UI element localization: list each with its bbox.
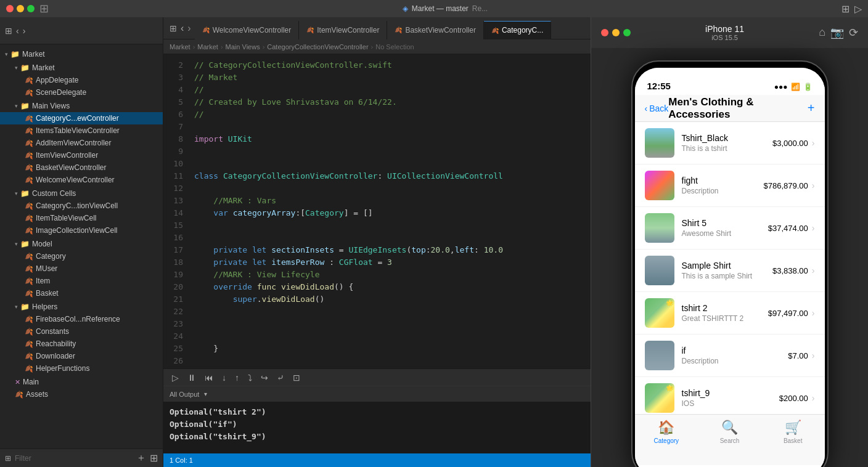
- sidebar-item-helperfunctions[interactable]: 🍂 HelperFunctions: [0, 362, 163, 375]
- sidebar-item-label: Constants: [36, 327, 69, 336]
- tab-file-icon: 🍂: [202, 26, 210, 33]
- sidebar-icon-right[interactable]: ›: [23, 26, 26, 36]
- sidebar-item-muser[interactable]: 🍂 MUser: [0, 262, 163, 275]
- list-item[interactable]: if Description $7.00 ›: [635, 335, 825, 377]
- file-icon: 🍂: [25, 365, 33, 373]
- output-label[interactable]: All Output: [170, 391, 199, 398]
- sidebar-item-constants[interactable]: 🍂 Constants: [0, 325, 163, 338]
- grid-icon[interactable]: ⊞: [170, 23, 177, 33]
- sidebar-icon-left[interactable]: ‹: [16, 26, 19, 36]
- sidebar-item-categoryviewcell[interactable]: 🍂 CategoryC...tionViewCell: [0, 200, 163, 212]
- sidebar-item-itemtableviewcell[interactable]: 🍂 ItemTableViewCell: [0, 212, 163, 224]
- tab-categoryvc[interactable]: 🍂 CategoryC...: [484, 21, 551, 39]
- project-title: Market — master: [412, 4, 469, 13]
- step-up-icon[interactable]: ↑: [232, 372, 242, 384]
- list-item[interactable]: fight Description $786,879.00 ›: [635, 164, 825, 207]
- iphone-back-button[interactable]: ‹ Back: [645, 104, 669, 113]
- list-item[interactable]: tshirt 2 Great TSHIRTTT 2 $97,497.00 ›: [635, 292, 825, 335]
- sidebar-toggle-icon[interactable]: ⊞: [39, 2, 49, 15]
- item-desc: Awesome Shirt: [682, 229, 761, 238]
- list-item[interactable]: Sample Shirt This is a sample Shirt $3,8…: [635, 250, 825, 292]
- close-button[interactable]: [6, 5, 14, 12]
- sim-rotate-icon[interactable]: ⟳: [849, 26, 858, 39]
- breadcrumb-item[interactable]: CategoryCollectionViewController: [267, 43, 368, 51]
- tab-welcomevc[interactable]: 🍂 WelcomeViewController: [195, 21, 300, 39]
- iphone-tab-search[interactable]: 🔍 Search: [698, 420, 761, 444]
- sidebar-item-reachability[interactable]: 🍂 Reachability: [0, 338, 163, 350]
- sidebar-item-firebasereference[interactable]: 🍂 FirebaseCol...nReference: [0, 313, 163, 325]
- play-icon[interactable]: ▷: [170, 372, 181, 384]
- sidebar-icon-grid[interactable]: ⊞: [5, 26, 12, 36]
- filter-label[interactable]: Filter: [15, 454, 31, 463]
- file-icon: 🍂: [25, 89, 33, 97]
- sim-close-button[interactable]: [601, 29, 608, 36]
- tab-label: BasketViewController: [405, 26, 476, 35]
- pause-icon[interactable]: ⏸: [185, 372, 199, 384]
- sidebar-item-downloader[interactable]: 🍂 Downloader: [0, 350, 163, 362]
- sidebar-item-imagecollectionviewcell[interactable]: 🍂 ImageCollectionViewCell: [0, 224, 163, 237]
- tree-group-label: Main Views: [32, 102, 70, 110]
- step-out-icon[interactable]: ⤶: [274, 372, 287, 384]
- forward-nav-icon[interactable]: ›: [187, 23, 190, 34]
- thumb-image: [645, 213, 674, 243]
- tree-group-header-helpers[interactable]: ▾ 📁 Helpers: [0, 301, 163, 313]
- sidebar-item-basket[interactable]: 🍂 Basket: [0, 287, 163, 299]
- sidebar-item-basketvc[interactable]: 🍂 BasketViewController: [0, 161, 163, 174]
- iphone-add-button[interactable]: +: [808, 101, 815, 115]
- breadcrumb-item[interactable]: Main Views: [226, 43, 260, 51]
- sidebar-item-scenedelegate[interactable]: 🍂 SceneDelegate: [0, 86, 163, 99]
- breadcrumb-item[interactable]: Market: [197, 43, 218, 51]
- breadcrumb-item[interactable]: Market: [170, 43, 190, 51]
- tree-group-header-market-inner[interactable]: ▾ 📁 Market: [0, 62, 163, 74]
- back-nav-icon[interactable]: ‹: [181, 23, 184, 34]
- sidebar-item-main[interactable]: ✕ Main: [0, 376, 163, 388]
- sidebar-item-item[interactable]: 🍂 Item: [0, 275, 163, 287]
- tree-group-label: Model: [32, 240, 52, 248]
- sim-min-button[interactable]: [612, 29, 620, 36]
- simulator-overlay: iPhone 11 iOS 15.5 ⌂ 📷 ⟳ 12:55 ●●● 📶: [591, 17, 868, 467]
- minimize-button[interactable]: [17, 5, 24, 12]
- step-back-icon[interactable]: ⏮: [202, 372, 216, 384]
- sidebar-item-welcomevc[interactable]: 🍂 WelcomeViewController: [0, 174, 163, 186]
- toolbar-icon-1[interactable]: ⊞: [841, 3, 850, 15]
- sim-home-icon[interactable]: ⌂: [819, 26, 825, 39]
- add-icon[interactable]: ＋: [136, 452, 146, 465]
- sidebar-item-appdelegate[interactable]: 🍂 AppDelegate: [0, 74, 163, 86]
- toolbar-icon-2[interactable]: ▷: [854, 3, 862, 15]
- chevron-icon: ▾: [5, 51, 8, 57]
- sim-screenshot-icon[interactable]: 📷: [830, 26, 844, 39]
- file-icon: 🍂: [25, 340, 33, 348]
- maximize-button[interactable]: [27, 5, 35, 12]
- sidebar-item-categoryvc[interactable]: 🍂 CategoryC...ewController: [0, 112, 163, 124]
- window-subtitle: Re...: [472, 4, 488, 13]
- sidebar-item-assets[interactable]: 🍂 Assets: [0, 388, 163, 400]
- list-item[interactable]: tshirt_9 IOS $200.00 ›: [635, 377, 825, 414]
- options-icon[interactable]: ⊞: [150, 452, 158, 464]
- sidebar-item-itemstablevc[interactable]: 🍂 ItemsTableViewController: [0, 124, 163, 137]
- thumb-image: [645, 256, 674, 285]
- tree-group-label: Market: [32, 63, 55, 72]
- back-label: Back: [649, 104, 668, 113]
- output-dropdown-icon[interactable]: ▾: [204, 391, 207, 397]
- tab-itemvc[interactable]: 🍂 ItemViewController: [299, 21, 387, 39]
- iphone-tab-category[interactable]: 🏠 Category: [635, 420, 698, 444]
- sidebar-item-additemvc[interactable]: 🍂 AddItemViewController: [0, 137, 163, 149]
- step-into-icon[interactable]: ↪: [258, 372, 271, 384]
- tree-group-header-model[interactable]: ▾ 📁 Model: [0, 238, 163, 250]
- iphone-screen: 12:55 ●●● 📶 🔋 ‹ Back Men's Clot: [635, 68, 825, 467]
- sim-max-button[interactable]: [623, 29, 631, 36]
- tree-group-header-mainviews[interactable]: ▾ 📁 Main Views: [0, 100, 163, 112]
- item-thumbnail: [645, 128, 674, 158]
- step-down-icon[interactable]: ↓: [219, 372, 229, 384]
- sidebar-item-category[interactable]: 🍂 Category: [0, 250, 163, 262]
- tree-group-header-customcells[interactable]: ▾ 📁 Custom Cells: [0, 187, 163, 200]
- tree-group-header-market[interactable]: ▾ 📁 Market: [0, 48, 163, 60]
- output-icon[interactable]: ⊡: [290, 372, 303, 384]
- tab-basketvc[interactable]: 🍂 BasketViewController: [387, 21, 484, 39]
- sidebar-item-itemvc[interactable]: 🍂 ItemViewController: [0, 149, 163, 161]
- list-item[interactable]: Tshirt_Black This is a tshirt $3,000.00 …: [635, 122, 825, 164]
- iphone-tab-basket[interactable]: 🛒 Basket: [761, 420, 825, 444]
- list-item[interactable]: Shirt 5 Awesome Shirt $37,474.00 ›: [635, 207, 825, 250]
- step-over-icon[interactable]: ⤵: [245, 372, 255, 384]
- top-bar-center: ◈ Market — master Re...: [403, 4, 488, 13]
